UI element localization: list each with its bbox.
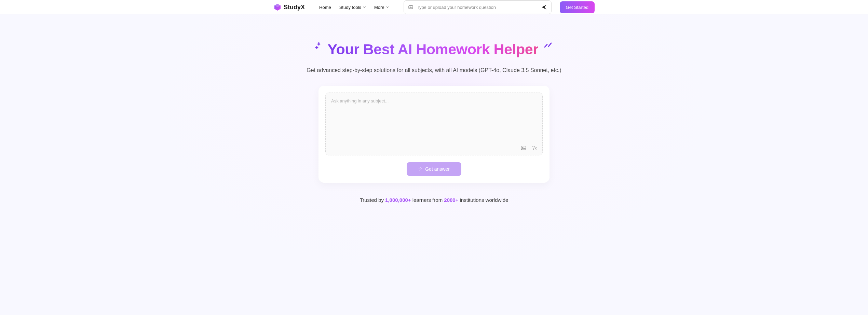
question-card: Get answer xyxy=(318,86,550,183)
hero-subtitle: Get advanced step-by-step solutions for … xyxy=(166,67,702,73)
question-input-box[interactable] xyxy=(325,93,543,155)
image-upload-icon[interactable] xyxy=(520,145,527,151)
math-formula-icon[interactable] xyxy=(531,145,538,151)
trust-line: Trusted by 1,000,000+ learners from 2000… xyxy=(166,197,702,203)
chevron-down-icon xyxy=(363,5,366,9)
sparkle-left-icon xyxy=(315,42,323,50)
nav-home-label: Home xyxy=(319,5,331,10)
get-started-button[interactable]: Get Started xyxy=(560,1,595,13)
nav-more[interactable]: More xyxy=(374,5,389,10)
nav-home[interactable]: Home xyxy=(319,5,331,10)
send-icon[interactable] xyxy=(541,4,547,10)
trust-prefix: Trusted by xyxy=(360,197,385,203)
nav-more-label: More xyxy=(374,5,384,10)
get-answer-button[interactable]: Get answer xyxy=(407,162,461,176)
nav-study-tools-label: Study tools xyxy=(339,5,361,10)
logo[interactable]: StudyX xyxy=(273,3,305,11)
hero-title: Your Best AI Homework Helper xyxy=(328,41,539,58)
logo-icon xyxy=(273,3,282,11)
magic-wand-icon xyxy=(418,167,423,171)
question-textarea[interactable] xyxy=(331,98,537,143)
sparkle-right-icon xyxy=(543,41,553,49)
image-icon[interactable] xyxy=(408,4,413,10)
trust-suffix: institutions worldwide xyxy=(458,197,508,203)
header-search[interactable] xyxy=(404,0,552,14)
hero-title-wrap: Your Best AI Homework Helper xyxy=(315,41,554,58)
logo-text: StudyX xyxy=(284,4,305,11)
get-answer-label: Get answer xyxy=(425,166,450,172)
header: StudyX Home Study tools More xyxy=(0,0,868,14)
trust-mid: learners from xyxy=(411,197,444,203)
nav-study-tools[interactable]: Study tools xyxy=(339,5,366,10)
nav-links: Home Study tools More xyxy=(319,5,389,10)
trust-count-1: 1,000,000+ xyxy=(385,197,411,203)
trust-count-2: 2000+ xyxy=(444,197,458,203)
chevron-down-icon xyxy=(386,5,389,9)
header-search-input[interactable] xyxy=(417,5,541,10)
input-tools xyxy=(520,145,538,151)
hero-section: Your Best AI Homework Helper Get advance… xyxy=(0,14,868,315)
